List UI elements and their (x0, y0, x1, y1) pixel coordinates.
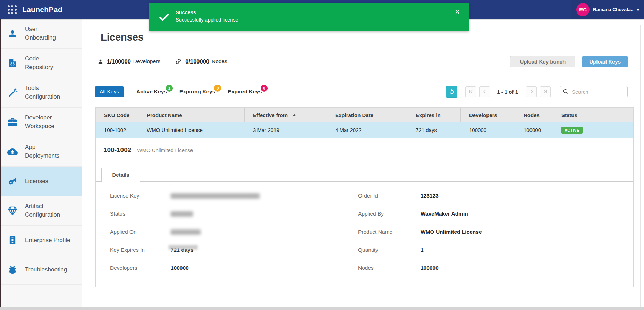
column-header-expires-in[interactable]: Expires in (407, 108, 461, 122)
developers-label: Developers (133, 58, 160, 65)
sidebar-item-tools-configuration[interactable]: Tools Configuration (1, 78, 82, 108)
column-header-status[interactable]: Status (553, 108, 633, 122)
refresh-button[interactable] (446, 86, 457, 98)
table-row[interactable]: 100-1002 WMO Unlimited License 3 Mar 201… (96, 122, 633, 138)
sidebar-item-label: Enterprise Profile (25, 236, 70, 245)
sidebar-item-user-onboarding[interactable]: User Onboarding (1, 19, 82, 49)
tab-all-keys[interactable]: All Keys (95, 86, 124, 97)
field-value: 1 (421, 247, 424, 253)
field-value: 100000 (421, 265, 439, 271)
field-label: Applied By (358, 211, 421, 217)
cell-expires-in: 721 days (407, 122, 461, 138)
column-header-developers[interactable]: Developers (461, 108, 515, 122)
toast-title: Success (176, 10, 238, 15)
redacted-applied-on (171, 229, 201, 235)
table-header-row: SKU Code Product Name Effective from Exp… (96, 108, 633, 122)
redacted-status (171, 211, 193, 217)
sidebar-item-label: Code Repository (25, 55, 66, 72)
person-icon (98, 59, 103, 65)
cell-sku-code: 100-1002 (96, 122, 138, 138)
detail-tabstrip: Details (96, 168, 633, 182)
column-header-effective-from[interactable]: Effective from (245, 108, 327, 122)
sort-ascending-icon (293, 114, 296, 116)
user-name: Ramana Chowda... (593, 7, 634, 12)
expiring-keys-badge: 0 (214, 85, 221, 92)
user-menu[interactable]: RC Ramana Chowda... (571, 0, 644, 19)
sidebar-item-code-repository[interactable]: Code Repository (1, 49, 82, 78)
field-value: WMO Unlimited License (421, 229, 482, 235)
close-icon[interactable] (455, 9, 460, 16)
detail-fields-left: License Key Status Applied On Key Expire… (110, 187, 260, 277)
sidebar-item-label: Artifact Configuration (25, 202, 66, 219)
magic-wand-icon (7, 87, 18, 98)
building-icon (7, 235, 18, 246)
sidebar-item-developer-workspace[interactable]: Developer Workspace (1, 108, 82, 137)
horizontal-scrollbar[interactable] (0, 307, 644, 310)
success-toast: Success Successfully applied license (149, 3, 469, 31)
sidebar-item-artifact-configuration[interactable]: Artifact Configuration (1, 196, 82, 226)
field-label: Status (110, 211, 171, 217)
tab-active-keys[interactable]: Active Keys 1 (136, 89, 167, 95)
tab-details[interactable]: Details (101, 168, 140, 182)
sidebar-item-licenses[interactable]: Licenses (1, 167, 82, 196)
main-content: Licenses 1/100000 Developers 0/100000 No… (87, 25, 641, 307)
field-value: 100000 (171, 265, 189, 271)
field-label: Quantity (358, 247, 421, 253)
sidebar-item-label: Tools Configuration (25, 84, 66, 101)
sidebar-item-enterprise-profile[interactable]: Enterprise Profile (1, 226, 82, 255)
window-left-edge (0, 19, 1, 307)
field-label: Applied On (110, 229, 171, 235)
field-value: WaveMaker Admin (421, 211, 468, 217)
apps-grid-icon[interactable] (8, 5, 17, 14)
tab-expiring-keys[interactable]: Expiring Keys 0 (179, 89, 215, 95)
redaction-overlay (169, 245, 198, 250)
detail-product: WMO Unlimited License (137, 147, 193, 153)
bug-icon (7, 264, 18, 275)
link-icon (175, 58, 182, 65)
last-page-button[interactable] (540, 86, 551, 97)
active-keys-badge: 1 (166, 85, 173, 92)
detail-sku: 100-1002 (103, 146, 131, 154)
chevron-down-icon (636, 9, 640, 11)
field-label: Nodes (358, 265, 421, 271)
sidebar-item-label: App Deployments (25, 143, 66, 160)
redacted-license-key (171, 193, 260, 199)
previous-page-button[interactable] (479, 86, 490, 97)
column-header-nodes[interactable]: Nodes (515, 108, 553, 122)
developers-count: 1/100000 (107, 58, 131, 65)
cell-nodes: 100000 (515, 122, 553, 138)
cell-effective-from: 3 Mar 2019 (245, 122, 327, 138)
cell-developers: 100000 (461, 122, 515, 138)
key-filter-tabs: All Keys Active Keys 1 Expiring Keys 0 E… (95, 86, 262, 98)
upload-key-bunch-button[interactable]: Upload Key bunch (510, 56, 575, 67)
user-icon (7, 28, 18, 39)
field-label: Developers (110, 265, 171, 271)
briefcase-icon (7, 117, 18, 128)
code-file-icon (7, 58, 18, 69)
field-label: Key Expires In (110, 247, 171, 253)
search-input[interactable] (560, 86, 628, 97)
tab-expired-keys[interactable]: Expired Keys 0 (228, 89, 262, 95)
field-label: Product Name (358, 229, 421, 235)
check-icon (158, 11, 170, 24)
column-header-sku-code[interactable]: SKU Code (96, 108, 138, 122)
nodes-label: Nodes (212, 58, 227, 65)
sidebar-item-app-deployments[interactable]: App Deployments (1, 137, 82, 167)
cloud-upload-icon (7, 146, 18, 157)
app-title: LaunchPad (22, 6, 62, 14)
sidebar-item-troubleshooting[interactable]: Troubleshooting (1, 255, 82, 285)
search-icon (563, 89, 569, 96)
first-page-button[interactable] (465, 86, 476, 97)
refresh-icon (448, 88, 455, 95)
upload-keys-button[interactable]: Upload Keys (582, 56, 628, 67)
licenses-table: SKU Code Product Name Effective from Exp… (95, 107, 634, 287)
diamond-icon (7, 205, 18, 216)
sidebar: User Onboarding Code Repository Tools Co… (1, 19, 82, 307)
cell-product-name: WMO Unlimited License (138, 122, 245, 138)
avatar[interactable]: RC (576, 3, 590, 16)
toast-message: Successfully applied license (176, 17, 238, 23)
column-header-expiration-date[interactable]: Expiration Date (327, 108, 407, 122)
sidebar-item-label: User Onboarding (25, 25, 66, 42)
next-page-button[interactable] (526, 86, 537, 97)
column-header-product-name[interactable]: Product Name (138, 108, 245, 122)
